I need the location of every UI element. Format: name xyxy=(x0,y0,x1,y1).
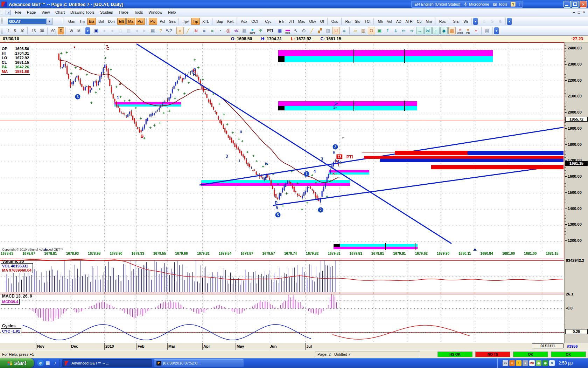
timeframe-button-30[interactable]: 30 xyxy=(38,27,46,34)
study-button-ellt[interactable]: Ellt xyxy=(117,18,126,25)
task-button-1[interactable]: Advanced GET™ -- ... xyxy=(62,359,152,367)
study-button-tm[interactable]: Tm xyxy=(78,18,86,25)
volume-canvas[interactable] xyxy=(0,259,564,293)
price-scale[interactable]: 2400.002300.002200.002100.002000.001900.… xyxy=(564,42,588,343)
layout-blocks-icon[interactable]: ▞ xyxy=(316,27,324,34)
study-button-sto[interactable]: Sto xyxy=(353,18,362,25)
mdi-close-button[interactable]: × xyxy=(583,10,585,14)
study-button-tjw[interactable]: Tjw xyxy=(181,18,190,25)
study-button-srsi[interactable]: Srsi xyxy=(451,18,461,25)
study-button-obv[interactable]: Obv xyxy=(308,18,318,25)
timeframe-button-w[interactable]: W xyxy=(68,27,75,34)
pti-icon[interactable]: PTI xyxy=(265,27,275,34)
toolbar-overflow-icon[interactable]: ▼ xyxy=(85,27,90,34)
study-button-rsi[interactable]: Rsi xyxy=(344,18,352,25)
study-button-gan[interactable]: Gan xyxy=(66,18,77,25)
timeframe-button-d[interactable]: D xyxy=(58,27,64,34)
study-button-wr[interactable]: Wr xyxy=(462,18,470,25)
study-button-cp[interactable]: Cp xyxy=(415,18,423,25)
magnet-icon[interactable]: U xyxy=(332,27,340,34)
scroll-down-icon[interactable]: ⇓ xyxy=(392,27,399,34)
menu-grip[interactable] xyxy=(1,9,3,15)
menu-window[interactable]: Window xyxy=(146,9,165,15)
format-brush-icon[interactable]: ▨ xyxy=(360,27,367,34)
scroll-up-icon[interactable]: ⇑ xyxy=(384,27,391,34)
mdi-minimize-button[interactable]: ‒ xyxy=(573,10,575,14)
trendline-pencil-icon[interactable]: ╱ xyxy=(184,27,192,34)
macd-canvas[interactable] xyxy=(0,293,564,323)
mk-icon[interactable]: MK xyxy=(529,360,535,366)
expand-vertical-icon[interactable]: ↕ xyxy=(432,27,440,34)
timeframe-button-15[interactable]: 15 xyxy=(30,27,37,34)
study-button-mac[interactable]: Mac xyxy=(296,18,307,25)
snapshot-icon[interactable]: ▣ xyxy=(376,27,383,34)
taskbar-clock[interactable]: 2:58 μμ xyxy=(559,361,573,366)
toolbar-overflow-icon[interactable]: ▼ xyxy=(473,18,478,25)
snap-align-icon[interactable]: ≍ xyxy=(341,27,348,34)
study-button-cci[interactable]: CCI xyxy=(250,18,259,25)
mdi-restore-button[interactable]: □ xyxy=(578,10,580,14)
study-button-etr[interactable]: ETr xyxy=(277,18,287,25)
pencil-2-icon[interactable]: ╱ xyxy=(308,27,316,34)
study-button-pcl[interactable]: Pcl xyxy=(158,18,167,25)
java-icon[interactable]: ≈ xyxy=(509,360,515,366)
macd-panel[interactable]: MACD 13, 26, 9 MCD39.4 xyxy=(0,293,564,323)
crosshair-icon[interactable]: + xyxy=(472,27,480,34)
close-button[interactable]: × xyxy=(580,1,587,8)
price-chart[interactable]: OP1698.50HI1704.31LO1672.92CL1681.15PA16… xyxy=(0,42,564,258)
study-button-bap[interactable]: Bap xyxy=(215,18,225,25)
grid-blue-icon[interactable]: ▦ xyxy=(276,27,284,34)
open-folder-icon[interactable]: ▱ xyxy=(352,27,359,34)
menu-page[interactable]: Page xyxy=(24,9,39,15)
language-bar-grip[interactable]: ⁞ xyxy=(519,2,520,6)
study-button-piv[interactable]: Piv xyxy=(149,18,158,25)
toolbar-overflow-icon[interactable]: ▼ xyxy=(494,27,499,34)
security-shield-icon[interactable]: ! xyxy=(516,360,522,366)
fan-lines-icon[interactable]: ≪ xyxy=(233,27,240,34)
start-button[interactable]: start xyxy=(0,358,34,368)
dotted-region-icon[interactable]: ▩ xyxy=(448,27,456,34)
cd-icon[interactable]: ◉ xyxy=(536,360,541,366)
cycles-canvas[interactable] xyxy=(0,323,564,343)
menu-chart[interactable]: Chart xyxy=(52,9,68,15)
menu-help[interactable]: Help xyxy=(165,9,179,15)
toolbar-overflow-icon[interactable]: ▼ xyxy=(507,18,512,25)
timeframe-button-m[interactable]: M xyxy=(76,27,82,34)
menu-drawing-tools[interactable]: Drawing Tools xyxy=(68,9,97,15)
regression-channel-icon[interactable]: ≡ xyxy=(209,27,216,34)
compress-horizontal-icon[interactable]: ⋈ xyxy=(424,27,432,34)
tools-button[interactable]: Tools xyxy=(493,2,507,6)
nvidia-icon[interactable]: ◉ xyxy=(542,360,548,366)
study-button-psr[interactable]: Psr xyxy=(136,18,145,25)
restore-button[interactable] xyxy=(572,1,579,8)
compress-vertical-icon[interactable]: ◆ xyxy=(440,27,448,34)
study-button-vol[interactable]: Vol xyxy=(385,18,394,25)
help-icon[interactable]: ? xyxy=(157,27,164,34)
symbol-input[interactable]: GD.AT xyxy=(8,19,46,24)
minimize-button[interactable] xyxy=(564,1,571,8)
timeframe-button-60[interactable]: 60 xyxy=(50,27,57,34)
language-help-button[interactable]: ? xyxy=(511,2,516,7)
expand-horizontal-icon[interactable]: ↔ xyxy=(416,27,424,34)
symbol-dropdown-icon[interactable]: ▼ xyxy=(46,18,52,25)
grid-tool-icon[interactable]: ▦ xyxy=(241,27,248,34)
volume-panel[interactable]: Volume, 30 VOL 48196331 MA 97639660.04 xyxy=(0,259,564,293)
menu-studies[interactable]: Studies xyxy=(97,9,116,15)
timeframe-button-1[interactable]: 1 xyxy=(6,27,12,34)
study-button-tci[interactable]: TCI xyxy=(363,18,372,25)
cycles-panel[interactable]: Cycles CYC -1.91 xyxy=(0,323,564,343)
study-button-ma[interactable]: Ma xyxy=(126,18,135,25)
task-button-2[interactable]: ◤[07/30/2010 07:52:0... xyxy=(154,359,244,367)
chart-type-icon[interactable]: ▣ xyxy=(93,27,100,34)
ellipse-tool-icon[interactable]: ●ELPS xyxy=(249,27,256,34)
gann-angles-icon[interactable]: ≋ xyxy=(192,27,200,34)
parallel-lines-icon[interactable]: ≡ xyxy=(201,27,208,34)
menu-tools[interactable]: Tools xyxy=(131,9,146,15)
study-button-sea[interactable]: Sea xyxy=(167,18,177,25)
candlestick-canvas[interactable] xyxy=(0,43,564,258)
study-button-don[interactable]: Don xyxy=(106,18,116,25)
mob-icon[interactable]: ▬MOB xyxy=(284,27,292,34)
fib-tool-icon[interactable]: ≡FIB xyxy=(464,27,472,34)
study-button-mm[interactable]: Mm xyxy=(424,18,434,25)
pointer-tool-icon[interactable]: ↖ xyxy=(292,27,300,34)
